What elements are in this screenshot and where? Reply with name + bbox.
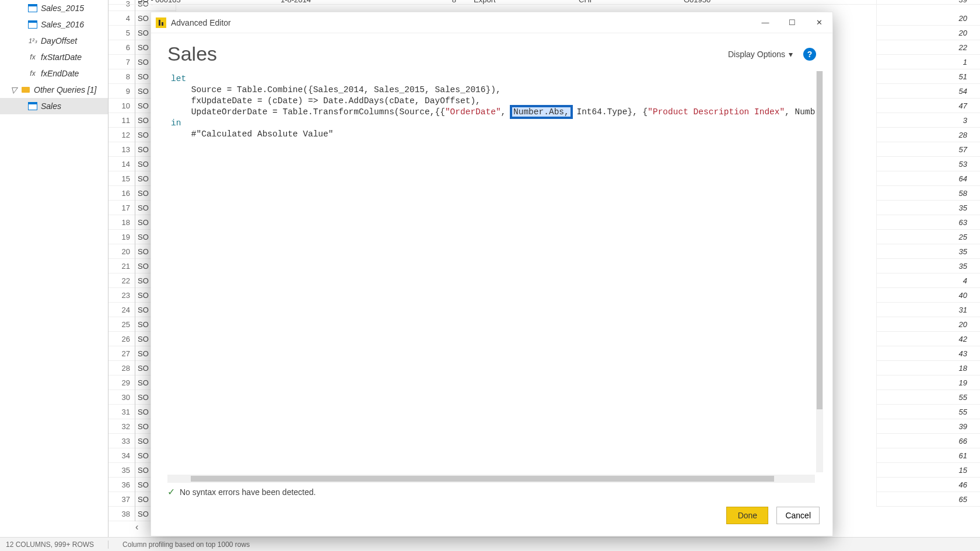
data-cell[interactable]: 18 [877, 361, 980, 375]
row-number[interactable]: 27 [108, 346, 135, 361]
syntax-status: ✓ No syntax errors have been detected. [151, 483, 832, 501]
row-number[interactable]: 33 [108, 434, 135, 448]
row-number[interactable]: 37 [108, 492, 135, 507]
data-cell[interactable]: 35 [877, 201, 980, 215]
row-number[interactable]: 29 [108, 375, 135, 390]
row-number[interactable]: 23 [108, 288, 135, 303]
data-cell[interactable]: 55 [877, 405, 980, 419]
row-number[interactable]: 35 [108, 463, 135, 478]
tree-item-label: Sales_2016 [41, 20, 84, 29]
data-cell[interactable]: 65 [877, 492, 980, 507]
row-number[interactable]: 12 [108, 128, 135, 142]
row-number[interactable]: 26 [108, 332, 135, 346]
data-cell[interactable]: 39 [877, 419, 980, 434]
help-button[interactable]: ? [803, 48, 816, 61]
maximize-button[interactable]: ☐ [779, 12, 806, 33]
data-cell[interactable]: 43 [877, 346, 980, 361]
data-cell[interactable]: 63 [877, 215, 980, 230]
minimize-button[interactable]: — [752, 12, 779, 33]
data-cell[interactable]: 54 [877, 84, 980, 99]
caret-down-icon: ▽ [10, 85, 16, 94]
row-number[interactable]: 9 [108, 84, 135, 99]
data-cell[interactable]: 20 [877, 11, 980, 26]
row-number[interactable]: 19 [108, 230, 135, 244]
row-number[interactable]: 21 [108, 259, 135, 273]
data-cell[interactable]: 46 [877, 478, 980, 492]
tree-group-other-queries[interactable]: ▽ Other Queries [1] [0, 82, 108, 98]
row-number[interactable]: 8 [108, 69, 135, 84]
advanced-editor-dialog: Advanced Editor — ☐ ✕ Sales Display Opti… [150, 12, 833, 536]
code-editor[interactable]: let Source = Table.Combine({Sales_2014, … [167, 71, 815, 472]
data-cell[interactable]: 22 [877, 40, 980, 55]
row-number[interactable]: 25 [108, 317, 135, 332]
row-number[interactable]: 36 [108, 478, 135, 492]
row-number[interactable]: 28 [108, 361, 135, 375]
row-number[interactable]: 38 [108, 507, 135, 521]
data-cell[interactable]: 35 [877, 259, 980, 273]
display-options-dropdown[interactable]: Display Options ▾ [728, 50, 793, 59]
data-cell[interactable]: 25 [877, 230, 980, 244]
data-cell[interactable]: 40 [877, 288, 980, 303]
row-number[interactable]: 24 [108, 303, 135, 317]
tree-item-fxstartdate[interactable]: fx fxStartDate [0, 49, 108, 65]
row-number[interactable]: 22 [108, 273, 135, 288]
row-number[interactable]: 15 [108, 171, 135, 186]
done-button[interactable]: Done [726, 507, 768, 524]
row-number[interactable]: 11 [108, 113, 135, 128]
row-number[interactable]: 32 [108, 419, 135, 434]
query-name-heading: Sales [167, 43, 217, 65]
data-cell[interactable]: 61 [877, 448, 980, 463]
row-number[interactable]: 4 [108, 11, 135, 26]
scroll-left-icon[interactable]: ‹ [135, 522, 147, 534]
row-number[interactable]: 6 [108, 40, 135, 55]
number-icon: 1²₃ [28, 36, 37, 45]
dialog-titlebar: Advanced Editor — ☐ ✕ [151, 12, 832, 33]
row-number[interactable]: 5 [108, 26, 135, 40]
tree-item-dayoffset[interactable]: 1²₃ DayOffset [0, 33, 108, 49]
tree-item-sales-2016[interactable]: Sales_2016 [0, 16, 108, 33]
row-number[interactable]: 20 [108, 244, 135, 259]
data-cell[interactable]: 28 [877, 128, 980, 142]
close-button[interactable]: ✕ [806, 12, 832, 33]
row-number[interactable]: 16 [108, 186, 135, 201]
tree-item-fxenddate[interactable]: fx fxEndDate [0, 65, 108, 82]
row-number[interactable]: 13 [108, 142, 135, 157]
data-cell[interactable]: 1 [877, 55, 980, 69]
tree-item-sales-2015[interactable]: Sales_2015 [0, 0, 108, 16]
data-cell[interactable]: 55 [877, 390, 980, 405]
data-cell[interactable]: 51 [877, 69, 980, 84]
vertical-scrollbar[interactable] [816, 71, 823, 472]
cancel-button[interactable]: Cancel [776, 507, 820, 524]
data-cell[interactable]: 57 [877, 142, 980, 157]
data-cell[interactable]: 42 [877, 332, 980, 346]
data-cell[interactable]: 58 [877, 186, 980, 201]
data-cell[interactable]: 20 [877, 317, 980, 332]
row-number[interactable]: 18 [108, 215, 135, 230]
row-number[interactable]: 30 [108, 390, 135, 405]
row-number[interactable]: 7 [108, 55, 135, 69]
data-cell[interactable]: 19 [877, 375, 980, 390]
data-cell[interactable]: 64 [877, 171, 980, 186]
data-cell[interactable]: 53 [877, 157, 980, 171]
row-number[interactable]: 10 [108, 99, 135, 113]
scrollbar-thumb[interactable] [817, 71, 822, 409]
data-cell[interactable]: 31 [877, 303, 980, 317]
row-number[interactable]: 17 [108, 201, 135, 215]
row-number[interactable]: 34 [108, 448, 135, 463]
row-number[interactable]: 14 [108, 157, 135, 171]
data-cell[interactable]: 66 [877, 434, 980, 448]
status-profiling: Column profiling based on top 1000 rows [123, 541, 250, 549]
data-cell[interactable]: 20 [877, 26, 980, 40]
checkmark-icon: ✓ [167, 486, 175, 497]
row-number[interactable]: 31 [108, 405, 135, 419]
data-cell[interactable]: 3 [877, 113, 980, 128]
function-icon: fx [28, 52, 37, 62]
data-cell[interactable]: 35 [877, 244, 980, 259]
tree-item-sales[interactable]: Sales [0, 98, 108, 114]
scrollbar-thumb[interactable] [191, 476, 774, 482]
horizontal-scrollbar[interactable] [167, 475, 815, 483]
data-cell[interactable]: 47 [877, 99, 980, 113]
data-cell[interactable]: 4 [877, 273, 980, 288]
data-cell[interactable]: 15 [877, 463, 980, 478]
status-columns-rows: 12 COLUMNS, 999+ ROWS [6, 541, 94, 549]
